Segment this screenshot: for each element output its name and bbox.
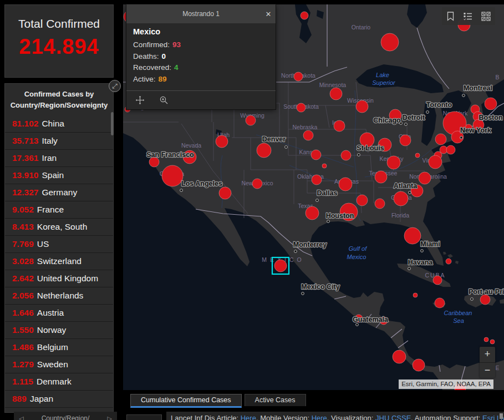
case-marker[interactable] <box>446 145 455 154</box>
case-marker[interactable] <box>303 130 313 140</box>
zoom-out-button[interactable]: − <box>480 363 495 378</box>
city-label: Monterrey <box>293 241 327 249</box>
country-count: 1.486 <box>12 342 34 352</box>
case-marker[interactable] <box>294 72 303 81</box>
case-marker[interactable] <box>413 293 418 297</box>
tab-active-cases[interactable]: Active Cases <box>245 394 306 406</box>
city-dot <box>471 298 474 301</box>
case-marker[interactable] <box>341 150 351 160</box>
case-marker[interactable] <box>375 171 387 183</box>
state-label: B <box>495 74 499 80</box>
case-marker[interactable] <box>297 103 306 112</box>
country-row[interactable]: 889Japan <box>5 391 113 408</box>
country-row[interactable]: 3.028Switzerland <box>5 253 113 270</box>
popup-field: Deaths:0 <box>133 51 269 63</box>
country-row[interactable]: 12.327Germany <box>5 184 113 201</box>
case-marker[interactable] <box>419 172 431 184</box>
country-row[interactable]: 2.642United Kingdom <box>5 270 113 287</box>
country-name: Spain <box>42 170 64 180</box>
country-row[interactable]: 1.646Austria <box>5 305 113 322</box>
case-marker[interactable] <box>356 100 368 113</box>
state-label: Ontario <box>352 24 371 31</box>
country-row[interactable]: 2.056Netherlands <box>5 287 113 305</box>
zoom-in-button[interactable]: + <box>480 347 495 362</box>
country-name: Germany <box>42 188 77 197</box>
country-row[interactable]: 1.279Sweden <box>5 356 113 373</box>
case-marker[interactable] <box>413 359 425 371</box>
country-row[interactable]: 9.052France <box>5 201 113 219</box>
map-canvas[interactable]: North DakotaSouth DakotaMinnesotaWiscons… <box>123 4 504 390</box>
case-marker[interactable] <box>339 178 352 191</box>
pager-prev-icon[interactable]: ◁ <box>19 415 23 420</box>
case-marker[interactable] <box>435 298 445 308</box>
zoom-to-icon[interactable] <box>159 95 169 105</box>
case-marker[interactable] <box>484 337 488 342</box>
country-row[interactable]: 1.115Denmark <box>5 373 113 391</box>
case-marker[interactable] <box>246 115 256 125</box>
case-marker[interactable] <box>446 259 451 264</box>
country-row[interactable]: 35.713Italy <box>5 133 113 150</box>
country-count: 13.910 <box>12 170 38 180</box>
case-marker[interactable] <box>433 276 442 285</box>
case-marker[interactable] <box>387 156 400 169</box>
case-marker[interactable] <box>311 150 321 160</box>
tab-cumulative-confirmed-cases[interactable]: Cumulative Confirmed Cases <box>130 394 242 408</box>
footer-scrollbar[interactable] <box>500 413 503 419</box>
pager-next-icon[interactable]: ▷ <box>108 415 112 420</box>
country-count: 17.361 <box>12 153 38 163</box>
country-row[interactable]: 8.413Korea, South <box>5 219 113 236</box>
total-confirmed-value: 214.894 <box>5 35 113 59</box>
footer-link[interactable]: JHU CSSE <box>375 414 411 420</box>
case-marker[interactable] <box>429 155 442 169</box>
case-marker[interactable] <box>480 295 490 305</box>
case-marker[interactable] <box>415 153 420 158</box>
country-count: 35.713 <box>12 136 38 145</box>
legend-icon[interactable] <box>463 12 472 21</box>
panel-title-line2: Country/Region/Sovereignty <box>5 100 113 111</box>
country-count: 8.413 <box>12 222 34 231</box>
case-marker[interactable] <box>330 88 342 100</box>
case-marker[interactable] <box>257 143 271 158</box>
case-marker[interactable] <box>400 135 411 146</box>
case-marker[interactable] <box>394 191 408 206</box>
pan-to-icon[interactable] <box>135 95 145 105</box>
city-label: Los Angeles <box>181 180 222 188</box>
country-name: China <box>42 119 64 128</box>
country-row[interactable]: 1.550Norway <box>5 322 113 339</box>
total-confirmed-title: Total Confirmed <box>5 17 113 31</box>
city-dot <box>462 94 465 97</box>
case-marker[interactable] <box>357 195 368 206</box>
country-row[interactable]: 13.910Spain <box>5 167 113 184</box>
country-row[interactable]: 7.769US <box>5 236 113 253</box>
popup-fields: Confirmed:93Deaths:0Recovered:4Active:89 <box>133 39 269 85</box>
popup-header-title: Mostrando 1 <box>126 10 261 18</box>
case-marker[interactable] <box>312 175 322 185</box>
country-row[interactable]: 17.361Iran <box>5 150 113 167</box>
state-label: E <box>495 365 499 371</box>
case-marker[interactable] <box>393 350 406 363</box>
case-marker[interactable] <box>375 199 385 209</box>
basemap-expand-icon[interactable] <box>481 12 491 21</box>
case-marker[interactable] <box>274 260 287 272</box>
case-marker[interactable] <box>322 164 327 168</box>
case-marker[interactable] <box>435 134 446 145</box>
case-marker[interactable] <box>162 165 183 186</box>
footer-link[interactable]: Here <box>312 414 327 420</box>
expand-panel-button[interactable]: ⤢ <box>109 80 121 92</box>
case-marker[interactable] <box>301 12 308 19</box>
list-scrollbar[interactable] <box>111 112 114 135</box>
case-marker[interactable] <box>219 187 231 199</box>
bookmark-icon[interactable] <box>446 12 455 21</box>
case-marker[interactable] <box>381 33 399 51</box>
case-marker[interactable] <box>485 98 497 110</box>
case-marker[interactable] <box>490 340 495 344</box>
case-marker[interactable] <box>334 120 345 131</box>
footer-link[interactable]: Here <box>241 414 256 420</box>
case-marker[interactable] <box>306 206 319 220</box>
case-marker[interactable] <box>216 135 228 148</box>
country-row[interactable]: 1.486Belgium <box>5 339 113 356</box>
case-marker[interactable] <box>404 227 421 244</box>
country-row[interactable]: 81.102China <box>5 115 113 133</box>
case-marker[interactable] <box>252 179 262 189</box>
close-icon[interactable]: ✕ <box>261 10 276 18</box>
